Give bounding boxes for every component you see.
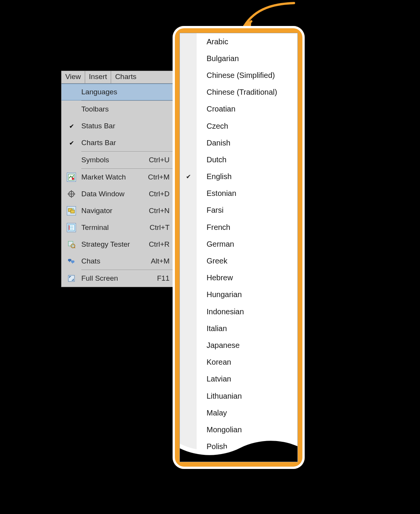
- menubar-view[interactable]: View: [61, 71, 85, 83]
- language-label: Czech: [197, 122, 228, 131]
- view-dropdown: Languages Toolbars ✔ Status Bar ✔ Charts…: [61, 84, 173, 287]
- menu-item-status-bar[interactable]: ✔ Status Bar: [61, 118, 173, 134]
- language-item[interactable]: Chinese (Traditional): [180, 84, 297, 101]
- language-label: Danish: [197, 139, 230, 147]
- language-item[interactable]: Japanese: [180, 337, 297, 354]
- fullscreen-icon: [61, 274, 81, 283]
- svg-rect-13: [69, 225, 69, 230]
- language-item[interactable]: Czech: [180, 118, 297, 134]
- languages-list: ArabicBulgarianChinese (Simplified)Chine…: [180, 33, 297, 455]
- language-label: Hebrew: [197, 273, 233, 282]
- navigator-icon: [61, 206, 81, 215]
- menu-item-label: Strategy Tester: [81, 240, 149, 249]
- svg-rect-7: [71, 210, 74, 213]
- language-label: Farsi: [197, 206, 223, 215]
- menu-item-market-watch[interactable]: Market Watch Ctrl+M: [61, 169, 173, 186]
- menu-item-chats[interactable]: Chats Alt+M: [61, 253, 173, 270]
- language-label: Chinese (Traditional): [197, 88, 277, 97]
- language-label: Korean: [197, 358, 231, 367]
- menu-item-label: Chats: [81, 257, 151, 265]
- chats-icon: [61, 257, 81, 266]
- menu-item-shortcut: Ctrl+D: [149, 190, 173, 198]
- language-item[interactable]: German: [180, 236, 297, 252]
- language-item[interactable]: Dutch: [180, 151, 297, 168]
- menu-item-languages[interactable]: Languages: [61, 84, 173, 100]
- menu-item-navigator[interactable]: Navigator Ctrl+N: [61, 202, 173, 219]
- language-item[interactable]: Chinese (Simplified): [180, 67, 297, 84]
- language-item[interactable]: Arabic: [180, 33, 297, 50]
- menu-item-symbols[interactable]: Symbols Ctrl+U: [61, 152, 173, 168]
- language-item[interactable]: Indonesian: [180, 303, 297, 320]
- menu-item-charts-bar[interactable]: ✔ Charts Bar: [61, 134, 173, 151]
- torn-edge-icon: [179, 436, 298, 462]
- menu-item-full-screen[interactable]: Full Screen F11: [61, 270, 173, 287]
- menu-item-data-window[interactable]: Data Window Ctrl+D: [61, 186, 173, 202]
- menu-item-label: Symbols: [81, 156, 149, 164]
- language-item[interactable]: Croatian: [180, 101, 297, 118]
- menu-item-label: Charts Bar: [81, 139, 173, 147]
- language-item[interactable]: Hungarian: [180, 286, 297, 303]
- language-label: Italian: [197, 324, 227, 333]
- language-item[interactable]: Hebrew: [180, 270, 297, 286]
- terminal-icon: [61, 223, 81, 232]
- menu-item-label: Full Screen: [81, 274, 157, 283]
- language-item[interactable]: Bulgarian: [180, 50, 297, 67]
- menu-item-shortcut: Ctrl+T: [150, 223, 173, 232]
- language-label: German: [197, 240, 234, 249]
- svg-marker-8: [73, 208, 74, 209]
- menu-item-shortcut: Ctrl+U: [149, 156, 173, 164]
- language-label: Mongolian: [197, 425, 242, 434]
- svg-rect-14: [68, 241, 73, 246]
- language-label: Chinese (Simplified): [197, 71, 275, 80]
- language-item[interactable]: Malay: [180, 404, 297, 421]
- language-label: French: [197, 223, 230, 232]
- menu-item-terminal[interactable]: Terminal Ctrl+T: [61, 219, 173, 236]
- language-item[interactable]: Danish: [180, 134, 297, 151]
- language-label: Bulgarian: [197, 54, 239, 63]
- menu-item-shortcut: Ctrl+R: [149, 240, 173, 249]
- menu-item-shortcut: Alt+M: [151, 257, 173, 265]
- language-label: Malay: [197, 409, 227, 417]
- menu-item-label: Languages: [81, 88, 173, 96]
- menubar: View Insert Charts: [61, 71, 173, 84]
- menu-item-toolbars[interactable]: Toolbars: [61, 101, 173, 118]
- language-label: Indonesian: [197, 307, 244, 316]
- language-item[interactable]: Italian: [180, 320, 297, 337]
- menu-item-shortcut: F11: [157, 274, 173, 283]
- language-item[interactable]: ✔English: [180, 168, 297, 185]
- menu-item-label: Terminal: [81, 223, 150, 232]
- check-icon: ✔: [61, 139, 81, 147]
- language-label: Estonian: [197, 189, 236, 198]
- languages-submenu: ArabicBulgarianChinese (Simplified)Chine…: [179, 33, 298, 462]
- view-menu-panel: View Insert Charts Languages Toolbars ✔ …: [61, 71, 174, 287]
- language-label: Arabic: [197, 37, 228, 46]
- menubar-insert[interactable]: Insert: [85, 71, 111, 83]
- menu-item-strategy-tester[interactable]: Strategy Tester Ctrl+R: [61, 236, 173, 253]
- market-watch-icon: [61, 173, 81, 182]
- menu-item-shortcut: Ctrl+M: [148, 173, 173, 181]
- menubar-charts[interactable]: Charts: [111, 71, 140, 83]
- svg-line-16: [74, 247, 75, 248]
- language-label: Croatian: [197, 105, 236, 113]
- language-item[interactable]: Farsi: [180, 202, 297, 219]
- menu-item-shortcut: Ctrl+N: [149, 207, 173, 215]
- menu-item-label: Navigator: [81, 207, 149, 215]
- check-icon: ✔: [61, 123, 81, 130]
- svg-point-2: [72, 178, 74, 180]
- language-item[interactable]: Korean: [180, 354, 297, 371]
- language-label: Hungarian: [197, 290, 242, 299]
- crosshair-icon: [61, 189, 81, 199]
- strategy-tester-icon: [61, 240, 81, 249]
- language-item[interactable]: Latvian: [180, 371, 297, 388]
- check-icon: ✔: [180, 173, 197, 180]
- language-label: Lithuanian: [197, 392, 242, 401]
- menu-item-label: Toolbars: [81, 105, 173, 113]
- language-item[interactable]: Lithuanian: [180, 388, 297, 404]
- language-item[interactable]: Estonian: [180, 185, 297, 202]
- menu-item-label: Status Bar: [81, 122, 173, 130]
- language-label: Japanese: [197, 341, 240, 350]
- language-label: Greek: [197, 257, 227, 265]
- language-item[interactable]: Greek: [180, 252, 297, 269]
- language-item[interactable]: French: [180, 219, 297, 236]
- languages-submenu-callout: ArabicBulgarianChinese (Simplified)Chine…: [173, 26, 305, 469]
